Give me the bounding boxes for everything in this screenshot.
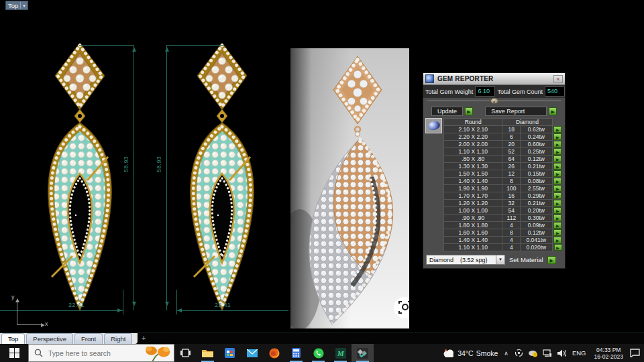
- gem-row-select-button[interactable]: ▶: [553, 178, 561, 184]
- gem-row-select-button[interactable]: ▶: [553, 156, 561, 162]
- gem-table-row[interactable]: .90 X .901120.30tw▶: [444, 215, 563, 222]
- firefox-button[interactable]: [263, 344, 285, 362]
- language-indicator[interactable]: ENG: [571, 349, 588, 357]
- viewport-menu[interactable]: Top ▾: [5, 1, 28, 10]
- total-weight-label: Total Gem Weight: [425, 88, 473, 95]
- set-material-button[interactable]: ▶: [547, 256, 556, 264]
- gem-row-select-button[interactable]: ▶: [553, 163, 561, 170]
- gem-table-row[interactable]: 1.00 X 1.00540.20tw▶: [444, 207, 563, 215]
- gem-row-select-button[interactable]: ▶: [553, 126, 561, 133]
- gem-preview-image[interactable]: [425, 118, 442, 133]
- gem-count: 16: [502, 192, 521, 200]
- search-input[interactable]: [47, 349, 134, 358]
- panel-actions: Update ▶ Save Report ▶: [423, 105, 565, 117]
- gem-reporter-titlebar[interactable]: GEM REPORTER ×: [423, 73, 565, 85]
- dim-arrow: [165, 302, 169, 306]
- total-weight-value: 6.10: [475, 86, 495, 97]
- gem-size: 1.40 X 1.40: [444, 178, 502, 185]
- save-report-button[interactable]: Save Report: [485, 107, 547, 116]
- clock[interactable]: 04:33 PM 16-02-2023: [592, 347, 625, 360]
- collapse-button[interactable]: ▲: [490, 98, 498, 104]
- gem-table-row[interactable]: 2.20 X 2.2060.24tw▶: [444, 133, 563, 141]
- dim-height-left-label: 58.93: [123, 156, 129, 172]
- viewport-tab-right[interactable]: Right: [104, 333, 132, 344]
- dim-extension-line: [166, 45, 224, 46]
- gem-table-row[interactable]: 1.70 X 1.70160.29tw▶: [444, 192, 563, 200]
- gem-table-row[interactable]: 1.20 X 1.20320.21tw▶: [444, 200, 563, 207]
- gem-count: 4: [502, 222, 521, 229]
- whatsapp-button[interactable]: [307, 344, 329, 362]
- divider: [20, 2, 21, 9]
- mail-button[interactable]: [241, 344, 263, 362]
- task-view-button[interactable]: [174, 344, 197, 362]
- taskbar-search[interactable]: [28, 344, 174, 362]
- gem-table-row[interactable]: 1.90 X 1.901002.55tw▶: [444, 185, 563, 192]
- action-center-icon[interactable]: [630, 349, 640, 357]
- gem-table-row[interactable]: 1.30 X 1.30260.21tw▶: [444, 163, 563, 170]
- gem-row-select-button[interactable]: ▶: [553, 141, 561, 147]
- update-run-button[interactable]: ▶: [465, 107, 473, 115]
- onedrive-alert-tray-icon[interactable]: !: [528, 349, 538, 357]
- gem-row-select-button[interactable]: ▶: [553, 170, 561, 177]
- store-button[interactable]: [219, 344, 241, 362]
- gem-table-row[interactable]: 1.10 X 1.1040.020tw▶: [444, 244, 563, 251]
- calculator-button[interactable]: [285, 344, 307, 362]
- gem-table-row[interactable]: 1.50 X 1.50120.15tw▶: [444, 170, 563, 178]
- cad-earring-left[interactable]: [27, 42, 133, 312]
- gem-row-select-button[interactable]: ▶: [553, 185, 561, 192]
- viewport-tab-top[interactable]: Top: [1, 333, 25, 344]
- cad-app-icon: [357, 348, 368, 359]
- cad-earring-right[interactable]: [169, 42, 275, 312]
- gem-table-row[interactable]: 1.40 X 1.4040.041tw▶: [444, 237, 563, 244]
- dim-arrow: [132, 302, 136, 306]
- gem-row-select-button[interactable]: ▶: [553, 222, 561, 229]
- gem-row-select-button[interactable]: ▶: [553, 192, 561, 199]
- total-count-label: Total Gem Count: [497, 88, 543, 95]
- file-explorer-icon: [202, 349, 213, 358]
- gem-row-select-button[interactable]: ▶: [553, 237, 561, 243]
- update-button[interactable]: Update: [431, 107, 463, 116]
- sync-tray-icon[interactable]: [515, 349, 523, 357]
- totals-row: Total Gem Weight 6.10 Total Gem Count 54…: [423, 85, 565, 98]
- gem-table-row[interactable]: 1.80 X 1.8040.09tw▶: [444, 222, 563, 229]
- gem-row-select-button[interactable]: ▶: [553, 229, 561, 236]
- gem-size: 1.20 X 1.20: [444, 200, 502, 207]
- search-icon: [34, 349, 43, 357]
- tray-overflow-chevron[interactable]: ∧: [502, 350, 510, 357]
- network-tray-icon[interactable]: [543, 349, 552, 357]
- dim-extension-line: [79, 45, 134, 46]
- gem-row-select-button[interactable]: ▶: [553, 200, 561, 206]
- gem-table-row[interactable]: 2.00 X 2.00200.60tw▶: [444, 141, 563, 148]
- start-button[interactable]: [0, 344, 28, 362]
- gem-row-select-button[interactable]: ▶: [553, 148, 561, 155]
- gem-row-select-button[interactable]: ▶: [553, 133, 561, 140]
- gem-table-row[interactable]: 2.10 X 2.10180.62tw▶: [444, 126, 563, 133]
- save-report-run-button[interactable]: ▶: [549, 107, 557, 115]
- gem-row-select-button[interactable]: ▶: [553, 215, 561, 221]
- gem-table-row[interactable]: 1.10 X 1.10520.25tw▶: [444, 148, 563, 156]
- active-cad-app-button[interactable]: [352, 344, 374, 362]
- gem-size: 1.00 X 1.00: [444, 207, 502, 215]
- material-row: Diamond (3.52 spg) ▼ Set Material ▶: [423, 253, 565, 268]
- dropdown-caret-icon[interactable]: ▼: [496, 255, 504, 264]
- viewport-tab-perspective[interactable]: Perspective: [26, 333, 73, 344]
- viewport-tab-front[interactable]: Front: [74, 333, 103, 344]
- gem-row-select-button[interactable]: ▶: [554, 244, 562, 251]
- matrix-button[interactable]: M: [329, 344, 352, 362]
- viewport-tabs-bar: TopPerspectiveFrontRight +: [0, 333, 644, 344]
- volume-tray-icon[interactable]: [557, 349, 566, 357]
- gem-weight: 0.20tw: [521, 207, 552, 215]
- gem-table-row[interactable]: .80 X .80640.12tw▶: [444, 156, 563, 163]
- gem-table-row[interactable]: 1.40 X 1.4080.08tw▶: [444, 178, 563, 185]
- gem-size: 1.10 X 1.10: [444, 148, 502, 156]
- material-dropdown[interactable]: Diamond (3.52 spg) ▼: [426, 255, 505, 265]
- gem-weight: 0.62tw: [521, 126, 552, 133]
- close-icon[interactable]: ×: [553, 75, 563, 83]
- gem-table-row[interactable]: 1.60 X 1.6080.12tw▶: [444, 229, 563, 237]
- add-viewport-icon[interactable]: +: [138, 333, 150, 344]
- file-explorer-button[interactable]: [197, 344, 219, 362]
- search-highlight-flower-image[interactable]: [139, 345, 174, 361]
- gem-row-select-button[interactable]: ▶: [553, 207, 561, 214]
- dim-line-height-right: [166, 45, 167, 310]
- weather-widget[interactable]: 34°C Smoke: [443, 349, 498, 357]
